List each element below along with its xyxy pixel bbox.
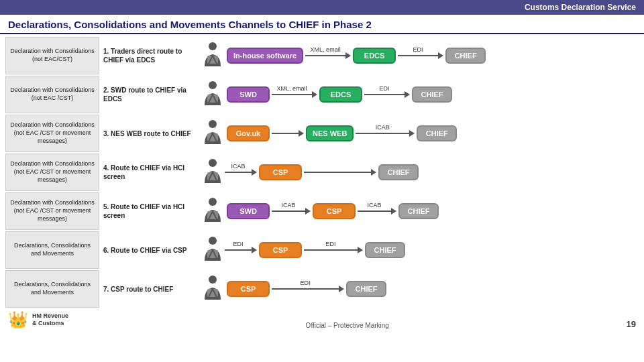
person-icon-2 — [201, 119, 225, 149]
chief-box-3: CHIEF — [378, 164, 419, 180]
person-icon-4 — [201, 196, 225, 227]
flow-row-4: 5. Route to CHIEF via HCI screen SWDICAB… — [103, 192, 639, 230]
box-swd-4: SWD — [227, 203, 270, 219]
flow-line-0: In-house softwareXML, emailEDCSEDICHIEF — [225, 48, 639, 64]
rows-area: 1. Traders direct route to CHIEF via EDC… — [99, 37, 639, 308]
footer-official: Official – Protective Marking — [306, 322, 389, 329]
label-box-3: Declaration with Consolidations (not EAC… — [5, 154, 99, 191]
chief-box-5: CHIEF — [365, 242, 405, 258]
person-icon-6 — [201, 274, 225, 304]
box-csp-6: CSP — [227, 281, 270, 297]
person-icon-3 — [201, 158, 225, 188]
person-icon-0 — [201, 41, 225, 71]
route-label-3: 4. Route to CHIEF via HCI screen — [103, 164, 201, 181]
box-csp-5: CSP — [259, 242, 302, 258]
flow-row-0: 1. Traders direct route to CHIEF via EDC… — [103, 37, 639, 74]
svg-point-8 — [209, 120, 217, 128]
flow-line-2: Gov.ukNES WEBICABCHIEF — [225, 125, 639, 141]
svg-point-16 — [209, 198, 217, 206]
crown-icon: 👑 — [8, 310, 28, 329]
header-bar: Customs Declaration Service — [0, 0, 644, 15]
label-box-6: Declarations, Consolidations and Movemen… — [5, 270, 99, 308]
box-swd-1: SWD — [227, 86, 270, 103]
box-gov.uk-2: Gov.uk — [227, 125, 270, 141]
svg-point-0 — [209, 42, 217, 50]
route-label-4: 5. Route to CHIEF via HCI screen — [103, 202, 201, 220]
route-label-0: 1. Traders direct route to CHIEF via EDC… — [103, 47, 201, 64]
chief-box-1: CHIEF — [412, 86, 452, 103]
person-icon-1 — [201, 80, 225, 110]
svg-point-12 — [209, 159, 217, 167]
flow-row-2: 3. NES WEB route to CHIEF Gov.ukNES WEBI… — [103, 115, 639, 152]
chief-box-4: CHIEF — [398, 203, 439, 219]
page-title: Declarations, Consolidations and Movemen… — [0, 15, 644, 34]
flow-line-6: CSPEDICHIEF — [225, 281, 639, 297]
svg-point-20 — [209, 237, 217, 245]
label-box-5: Declarations, Consolidations and Movemen… — [5, 231, 99, 269]
chief-box-0: CHIEF — [445, 48, 486, 64]
hmrc-logo: 👑 HM Revenue& Customs — [8, 310, 68, 329]
content-area: Declaration with Consolidations (not EAC… — [0, 37, 644, 308]
box-edcs-1: EDCS — [319, 86, 362, 103]
route-label-2: 3. NES WEB route to CHIEF — [103, 129, 201, 138]
label-box-2: Declaration with Consolidations (not EAC… — [5, 115, 99, 152]
route-label-5: 6. Route to CHIEF via CSP — [103, 246, 201, 255]
box-nes-web-2: NES WEB — [306, 125, 354, 141]
box-csp-4: CSP — [313, 203, 356, 219]
label-box-4: Declaration with Consolidations (not EAC… — [5, 192, 99, 230]
flow-row-3: 4. Route to CHIEF via HCI screen ICABCSP… — [103, 154, 639, 191]
label-box-1: Declaration with Consolidations (not EAC… — [5, 76, 99, 113]
flow-row-5: 6. Route to CHIEF via CSP EDICSPEDICHIEF — [103, 231, 639, 269]
flow-line-5: EDICSPEDICHIEF — [225, 242, 639, 258]
flow-row-6: 7. CSP route to CHIEF CSPEDICHIEF — [103, 270, 639, 308]
header-title: Customs Declaration Service — [525, 3, 636, 12]
left-labels: Declaration with Consolidations (not EAC… — [5, 37, 99, 308]
box-csp-3: CSP — [259, 164, 302, 180]
flow-row-1: 2. SWD route to CHIEF via EDCS SWDXML, e… — [103, 76, 639, 113]
page-number: 19 — [627, 319, 636, 329]
route-label-1: 2. SWD route to CHIEF via EDCS — [103, 86, 201, 103]
hmrc-text: HM Revenue& Customs — [32, 312, 68, 327]
flow-line-1: SWDXML, emailEDCSEDICHIEF — [225, 86, 639, 103]
chief-box-6: CHIEF — [346, 281, 386, 297]
flow-line-4: SWDICABCSPICABCHIEF — [225, 203, 639, 219]
route-label-6: 7. CSP route to CHIEF — [103, 285, 201, 294]
box-edcs-0: EDCS — [353, 48, 396, 64]
svg-point-24 — [209, 276, 217, 284]
chief-box-2: CHIEF — [417, 125, 457, 141]
label-box-0: Declaration with Consolidations (not EAC… — [5, 37, 99, 74]
svg-point-4 — [209, 81, 217, 89]
footer: 👑 HM Revenue& Customs Official – Protect… — [0, 309, 644, 330]
flow-line-3: ICABCSPCHIEF — [225, 164, 639, 180]
box-in-house-software-0: In-house software — [227, 48, 303, 64]
person-icon-5 — [201, 235, 225, 265]
